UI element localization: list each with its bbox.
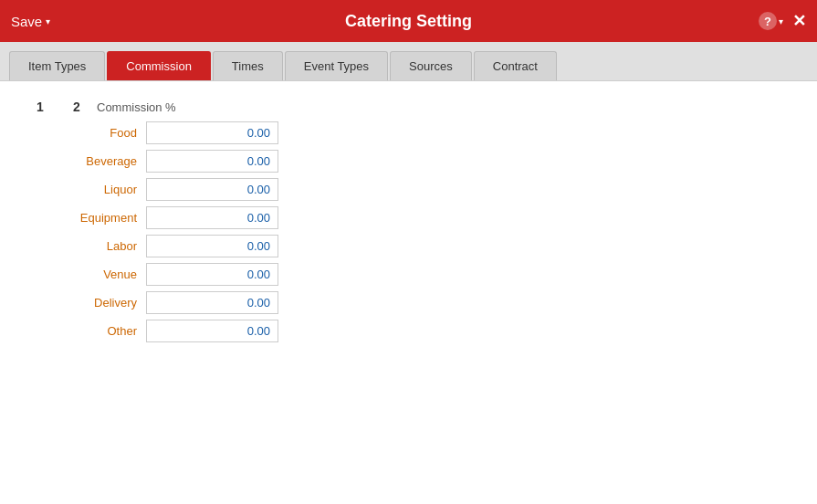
close-icon: ✕ <box>792 12 806 30</box>
save-label: Save <box>11 14 42 29</box>
row-label-liquor: Liquor <box>27 183 146 196</box>
tab-sources[interactable]: Sources <box>390 51 472 80</box>
row-label-venue: Venue <box>27 268 146 281</box>
table-row: Food <box>27 121 790 144</box>
help-icon: ? <box>759 12 777 30</box>
row-label-equipment: Equipment <box>27 211 146 225</box>
table-row: Beverage <box>27 150 790 173</box>
help-button[interactable]: ? ▾ <box>759 12 783 30</box>
page-title: Catering Setting <box>345 12 472 31</box>
column-headers: 1 2 Commission % <box>27 100 790 114</box>
row-label-other: Other <box>27 324 146 338</box>
input-food[interactable] <box>146 121 278 144</box>
tab-item-types[interactable]: Item Types <box>9 51 105 80</box>
row-label-food: Food <box>27 126 146 140</box>
input-delivery[interactable] <box>146 291 278 314</box>
table-row: Venue <box>27 263 790 286</box>
help-dropdown-icon: ▾ <box>779 16 783 26</box>
col2-header: 2 <box>73 100 91 114</box>
row-label-labor: Labor <box>27 239 146 253</box>
table-row: Liquor <box>27 178 790 201</box>
input-labor[interactable] <box>146 235 278 257</box>
input-beverage[interactable] <box>146 150 278 173</box>
app-header: Save ▾ Catering Setting ? ▾ ✕ <box>0 0 817 42</box>
input-liquor[interactable] <box>146 178 278 201</box>
header-actions: ? ▾ ✕ <box>759 11 806 31</box>
table-row: Equipment <box>27 206 790 229</box>
close-button[interactable]: ✕ <box>792 11 806 31</box>
tab-contract[interactable]: Contract <box>474 51 557 80</box>
tab-event-types[interactable]: Event Types <box>285 51 388 80</box>
input-equipment[interactable] <box>146 206 278 229</box>
col1-header: 1 <box>37 100 73 114</box>
input-venue[interactable] <box>146 263 278 286</box>
save-dropdown-icon: ▾ <box>46 16 50 26</box>
tab-commission[interactable]: Commission <box>107 51 211 80</box>
commission-rows: FoodBeverageLiquorEquipmentLaborVenueDel… <box>27 121 790 342</box>
input-other[interactable] <box>146 320 278 342</box>
table-row: Delivery <box>27 291 790 314</box>
col2-label: Commission % <box>97 100 176 114</box>
table-row: Other <box>27 320 790 342</box>
row-label-beverage: Beverage <box>27 154 146 168</box>
tabs-bar: Item Types Commission Times Event Types … <box>0 42 817 81</box>
save-button[interactable]: Save ▾ <box>11 14 50 29</box>
tab-times[interactable]: Times <box>213 51 283 80</box>
row-label-delivery: Delivery <box>27 296 146 310</box>
table-row: Labor <box>27 235 790 257</box>
main-content: 1 2 Commission % FoodBeverageLiquorEquip… <box>0 81 817 366</box>
